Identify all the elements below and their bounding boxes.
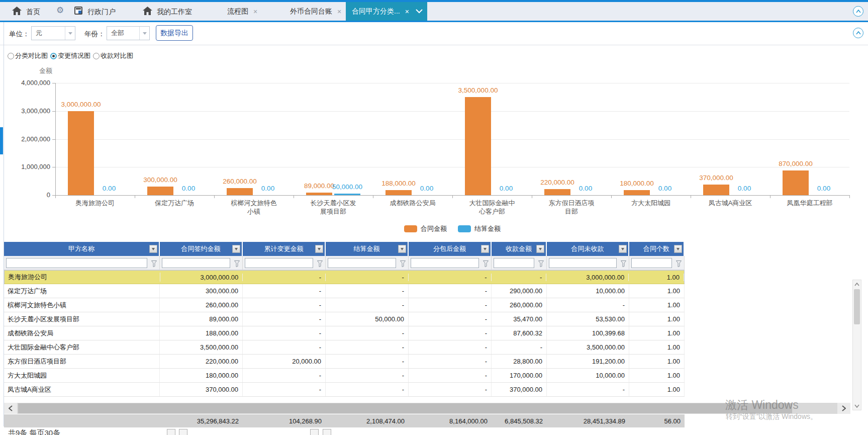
chevron-down-icon <box>401 248 404 250</box>
grid-header-label: 合同未收款 <box>571 244 604 253</box>
cell-amount: 10,000.00 <box>547 369 629 382</box>
x-tick-mark <box>849 195 850 198</box>
cell-amount: 370,000.00 <box>160 383 243 396</box>
column-filter-dropdown-button[interactable] <box>481 245 489 253</box>
bar-chart: 4,000,0003,000,0002,000,0001,000,00003,0… <box>0 0 868 241</box>
table-row[interactable]: 成都铁路公安局188,000.00---87,600.32100,399.681… <box>4 326 685 340</box>
scrollbar-thumb[interactable] <box>854 289 860 324</box>
column-filter-dropdown-button[interactable] <box>398 245 406 253</box>
grid-header-cell[interactable]: 合同个数 <box>629 242 685 256</box>
cell-amount: 370,000.00 <box>492 383 547 396</box>
grid-header-label: 收款金额 <box>506 244 532 253</box>
scrollbar-thumb[interactable] <box>18 403 792 413</box>
column-filter-dropdown-button[interactable] <box>536 245 544 253</box>
cell-amount: 3,000,000.00 <box>160 274 243 281</box>
grid-header-label: 结算金额 <box>354 244 380 253</box>
cell-party-name: 槟榔河文旅特色小镇 <box>4 298 160 312</box>
table-row[interactable]: 保定万达广场300,000.00---290,000.0010,000.001.… <box>4 284 685 298</box>
cell-amount: - <box>243 340 326 354</box>
filter-icon[interactable] <box>400 260 406 269</box>
filter-icon[interactable] <box>151 260 157 269</box>
column-filter-dropdown-button[interactable] <box>149 245 157 253</box>
cell-amount: - <box>243 312 326 326</box>
cell-amount: - <box>326 340 409 354</box>
pagination-button[interactable] <box>310 429 319 435</box>
column-filter-input[interactable] <box>245 258 313 268</box>
cell-amount: 1.00 <box>629 383 685 396</box>
cell-party-name: 成都铁路公安局 <box>4 326 160 340</box>
scroll-down-button[interactable] <box>853 402 861 410</box>
column-filter-dropdown-button[interactable] <box>232 245 240 253</box>
column-filter-input[interactable] <box>494 258 534 268</box>
sidebar-handle[interactable] <box>0 127 3 154</box>
cell-amount: 1.00 <box>629 298 685 312</box>
gridline <box>55 139 849 140</box>
table-row[interactable]: 方大太阳城园180,000.00---170,000.0010,000.001.… <box>4 369 685 383</box>
column-filter-input[interactable] <box>6 258 147 268</box>
cell-amount: - <box>243 369 326 382</box>
cell-amount: - <box>409 274 492 281</box>
filter-icon[interactable] <box>676 260 682 269</box>
y-tick-label: 1,000,000 <box>4 163 50 171</box>
column-filter-input[interactable] <box>328 258 396 268</box>
x-category-label: 大壮国际金融中心客户部 <box>469 199 515 216</box>
table-row[interactable]: 大壮国际金融中心客户部3,500,000.00----3,500,000.001… <box>4 340 685 355</box>
chevron-down-icon <box>235 248 238 250</box>
table-row[interactable]: 槟榔河文旅特色小镇260,000.00---260,000.00-1.00 <box>4 298 685 312</box>
grid-header-cell[interactable]: 收款金额 <box>492 242 547 256</box>
cell-amount: - <box>409 355 492 368</box>
grid-header-cell[interactable]: 合同签约金额 <box>160 242 243 256</box>
filter-icon[interactable] <box>538 260 544 269</box>
column-filter-input[interactable] <box>631 258 672 268</box>
column-filter-input[interactable] <box>162 258 230 268</box>
table-row[interactable]: 长沙天麓小区发展项目部89,000.00-50,000.00-35,470.00… <box>4 312 685 326</box>
legend-swatch <box>458 225 471 232</box>
cell-party-name: 大壮国际金融中心客户部 <box>4 340 160 354</box>
filter-icon[interactable] <box>621 260 626 269</box>
x-category-label: 凤古城A商业区 <box>707 199 753 208</box>
chart-legend: 合同金额结算金额 <box>55 224 849 233</box>
pagination-button[interactable] <box>179 429 187 435</box>
cell-amount: 50,000.00 <box>326 312 409 326</box>
scroll-left-button[interactable] <box>4 403 17 414</box>
cell-amount: 1.00 <box>629 355 685 368</box>
grid-header-cell[interactable]: 结算金额 <box>326 242 409 256</box>
grid-header-cell[interactable]: 甲方名称 <box>4 242 160 256</box>
filter-icon[interactable] <box>483 260 489 269</box>
table-row[interactable]: 奥海旅游公司3,000,000.00----3,000,000.001.00 <box>4 270 685 284</box>
grid-header-cell[interactable]: 累计变更金额 <box>243 242 326 256</box>
column-filter-dropdown-button[interactable] <box>674 245 682 253</box>
grid-filter-cell <box>547 256 629 270</box>
filter-icon[interactable] <box>317 260 323 269</box>
scroll-right-button[interactable] <box>837 403 850 414</box>
bar-value-label: 870,000.00 <box>760 160 831 169</box>
scroll-up-button[interactable] <box>853 280 861 288</box>
legend-item[interactable]: 合同金额 <box>404 224 447 233</box>
column-filter-input[interactable] <box>411 258 479 268</box>
gridline <box>55 83 849 83</box>
grid-header-row: 甲方名称合同签约金额累计变更金额结算金额分包后金额收款金额合同未收款合同个数 <box>4 242 685 256</box>
cell-amount: - <box>326 383 409 396</box>
chevron-down-icon <box>621 248 624 250</box>
column-filter-dropdown-button[interactable] <box>315 245 323 253</box>
pagination-button[interactable] <box>167 429 175 435</box>
y-axis-line <box>55 83 56 195</box>
column-filter-dropdown-button[interactable] <box>619 245 627 253</box>
filter-icon[interactable] <box>234 260 240 269</box>
horizontal-scrollbar[interactable] <box>4 403 850 414</box>
grid-header-cell[interactable]: 合同未收款 <box>547 242 629 256</box>
table-row[interactable]: 东方假日酒店项目部220,000.0020,000.00--28,800.001… <box>4 355 685 369</box>
cell-amount: 1.00 <box>629 312 685 326</box>
table-row[interactable]: 凤古城A商业区370,000.00---370,000.00-1.00 <box>4 383 685 397</box>
bar-value-label: 0.00 <box>74 185 144 194</box>
pagination-button[interactable] <box>323 429 331 435</box>
legend-swatch <box>404 225 417 232</box>
vertical-scrollbar[interactable] <box>852 280 861 410</box>
legend-item[interactable]: 结算金额 <box>458 224 501 233</box>
cell-amount: 1.00 <box>629 284 685 298</box>
grid-header-cell[interactable]: 分包后金额 <box>409 242 492 256</box>
chevron-left-icon <box>9 405 13 411</box>
cell-party-name: 凤古城A商业区 <box>4 383 160 396</box>
x-tick-mark <box>691 195 691 198</box>
column-filter-input[interactable] <box>549 258 617 268</box>
